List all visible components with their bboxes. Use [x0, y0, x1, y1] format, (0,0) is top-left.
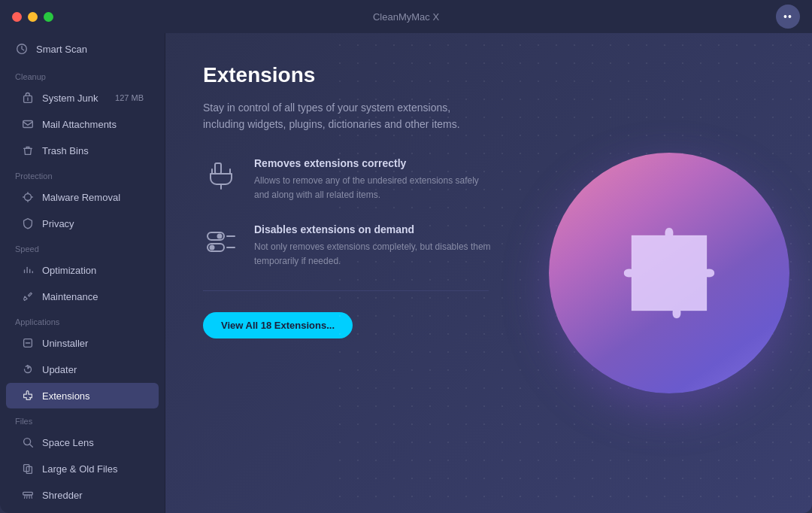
sidebar: Smart Scan Cleanup System Junk 127 MB Ma… [0, 0, 165, 513]
system-junk-label: System Junk [42, 93, 98, 104]
privacy-icon [21, 217, 35, 230]
svg-rect-16 [215, 163, 221, 174]
maintenance-label: Maintenance [42, 291, 98, 302]
protection-section-label: Protection [0, 164, 165, 184]
system-junk-badge: 127 MB [115, 93, 144, 102]
minimize-button[interactable] [28, 12, 38, 22]
window-controls [12, 12, 53, 22]
sidebar-item-privacy[interactable]: Privacy [6, 211, 159, 236]
mail-icon [21, 117, 35, 131]
smart-scan-icon [15, 42, 29, 56]
sidebar-item-trash-bins[interactable]: Trash Bins [6, 138, 159, 163]
sidebar-item-space-lens[interactable]: Space Lens [6, 430, 159, 455]
large-old-files-label: Large & Old Files [42, 463, 117, 475]
sidebar-item-optimization[interactable]: Optimization [6, 257, 159, 283]
trash-bins-label: Trash Bins [42, 145, 89, 156]
puzzle-piece-icon [601, 205, 737, 341]
app-title: CleanMyMac X [373, 11, 439, 23]
maintenance-icon [21, 290, 35, 303]
feature-icon-toggle-wrap [203, 223, 239, 260]
applications-section-label: Applications [0, 310, 165, 329]
feature-2-text: Disables extensions on demand Not only r… [254, 223, 495, 269]
main-content: Extensions Stay in control of all types … [165, 0, 812, 513]
space-lens-icon [21, 436, 35, 449]
avatar[interactable] [776, 5, 800, 29]
sidebar-item-maintenance[interactable]: Maintenance [6, 284, 159, 309]
sidebar-item-large-old-files[interactable]: Large & Old Files [6, 456, 159, 481]
feature-icon-plug-wrap [203, 157, 239, 193]
mail-attachments-label: Mail Attachments [42, 119, 117, 130]
optimization-icon [21, 263, 35, 277]
feature-1-desc: Allows to remove any of the undesired ex… [254, 174, 495, 202]
uninstaller-icon [21, 336, 35, 350]
removes-extensions-icon [205, 159, 238, 192]
sidebar-item-extensions[interactable]: Extensions [6, 383, 159, 408]
large-files-icon [21, 462, 35, 475]
privacy-label: Privacy [42, 218, 74, 229]
system-junk-icon [21, 91, 35, 105]
speed-section-label: Speed [0, 237, 165, 256]
extensions-icon [21, 389, 35, 402]
shredder-label: Shredder [42, 490, 82, 501]
extensions-label: Extensions [42, 390, 90, 402]
malware-removal-label: Malware Removal [42, 192, 120, 203]
disables-extensions-icon [205, 225, 238, 258]
feature-1-title: Removes extensions correctly [254, 157, 495, 169]
close-button[interactable] [12, 12, 22, 22]
svg-point-21 [217, 234, 223, 239]
sidebar-item-smart-scan[interactable]: Smart Scan [0, 33, 165, 65]
optimization-label: Optimization [42, 265, 96, 276]
view-all-extensions-button[interactable]: View All 18 Extensions... [203, 312, 353, 338]
files-section-label: Files [0, 409, 165, 429]
space-lens-label: Space Lens [42, 437, 94, 448]
svg-rect-3 [23, 121, 33, 128]
svg-line-12 [30, 445, 33, 448]
svg-point-4 [25, 194, 32, 201]
sidebar-item-malware-removal[interactable]: Malware Removal [6, 184, 159, 210]
malware-icon [21, 190, 35, 204]
feature-2-desc: Not only removes extensions completely, … [254, 240, 495, 269]
updater-label: Updater [42, 364, 77, 375]
sidebar-item-updater[interactable]: Updater [6, 357, 159, 382]
titlebar: CleanMyMac X [0, 0, 812, 33]
trash-icon [21, 144, 35, 157]
uninstaller-label: Uninstaller [42, 338, 88, 349]
updater-icon [21, 363, 35, 376]
svg-point-23 [210, 245, 215, 250]
maximize-button[interactable] [44, 12, 53, 22]
sidebar-item-shredder[interactable]: Shredder [6, 482, 159, 508]
cleanup-section-label: Cleanup [0, 65, 165, 84]
sidebar-item-uninstaller[interactable]: Uninstaller [6, 330, 159, 356]
extensions-illustration [511, 33, 812, 513]
shredder-icon [21, 488, 35, 502]
feature-1-text: Removes extensions correctly Allows to r… [254, 157, 495, 202]
sidebar-item-mail-attachments[interactable]: Mail Attachments [6, 111, 159, 137]
divider [203, 290, 489, 291]
feature-2-title: Disables extensions on demand [254, 223, 495, 235]
sidebar-item-system-junk[interactable]: System Junk 127 MB [6, 85, 159, 111]
smart-scan-label: Smart Scan [36, 44, 87, 55]
page-description: Stay in control of all types of your sys… [203, 99, 489, 133]
puzzle-circle [549, 153, 789, 393]
